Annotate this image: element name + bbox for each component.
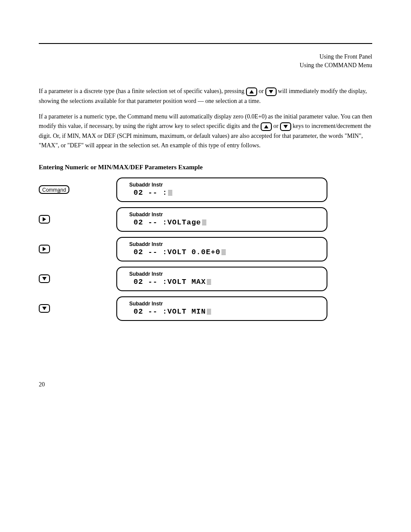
down-arrow-icon: [39, 274, 50, 283]
down-arrow-icon: [265, 87, 277, 96]
up-arrow-icon: [261, 122, 272, 131]
example-row: Subaddr Instr02 -- :VOLT MAX: [39, 267, 372, 291]
right-arrow-icon: [39, 245, 50, 253]
lcd-line1: Subaddr Instr: [125, 271, 319, 277]
cursor-icon: [207, 279, 211, 285]
paragraph-1: If a parameter is a discrete type (has a…: [39, 87, 372, 106]
lcd-line2: 02 -- :VOLTage: [125, 218, 319, 227]
paragraph-2: If a parameter is a numeric type, the Co…: [39, 112, 372, 151]
example-row: Subaddr Instr02 -- :VOLTage: [39, 207, 372, 232]
lcd-line2: 02 -- :VOLT MAX: [125, 278, 319, 286]
cursor-icon: [202, 219, 206, 225]
lcd-line2: 02 -- :VOLT MIN: [125, 308, 319, 316]
lcd-line2: 02 -- :VOLT 0.0E+0: [125, 248, 319, 256]
command-key-icon: Command: [39, 185, 69, 194]
lcd-display: Subaddr Instr02 -- :VOLT 0.0E+0: [116, 237, 327, 261]
example-row: Subaddr Instr02 -- :VOLT MIN: [39, 296, 372, 321]
example-heading: Entering Numeric or MIN/MAX/DEF Paramete…: [39, 164, 372, 171]
lcd-display: Subaddr Instr02 -- :VOLT MAX: [116, 267, 327, 291]
cursor-icon: [168, 190, 172, 196]
lcd-line1: Subaddr Instr: [125, 182, 319, 188]
down-arrow-icon: [280, 122, 291, 131]
page-header: Using the Front Panel Using the COMMAND …: [39, 53, 372, 69]
lcd-line1: Subaddr Instr: [125, 241, 319, 247]
header-line1: Using the Front Panel: [39, 53, 372, 61]
cursor-icon: [207, 308, 211, 314]
up-arrow-icon: [246, 87, 257, 96]
lcd-display: Subaddr Instr02 -- :VOLTage: [116, 207, 327, 232]
page-number: 20: [39, 381, 372, 388]
lcd-line1: Subaddr Instr: [125, 301, 319, 307]
lcd-line1: Subaddr Instr: [125, 212, 319, 218]
right-arrow-icon: [39, 215, 50, 224]
down-arrow-icon: [39, 304, 50, 313]
example-row: Subaddr Instr02 -- :VOLT 0.0E+0: [39, 237, 372, 261]
lcd-line2: 02 -- :: [125, 189, 319, 197]
header-line2: Using the COMMAND Menu: [39, 61, 372, 70]
lcd-display: Subaddr Instr02 -- :VOLT MIN: [116, 296, 327, 321]
lcd-display: Subaddr Instr02 -- :: [116, 177, 327, 202]
cursor-icon: [221, 249, 226, 255]
example-row: CommandSubaddr Instr02 -- :: [39, 177, 372, 202]
